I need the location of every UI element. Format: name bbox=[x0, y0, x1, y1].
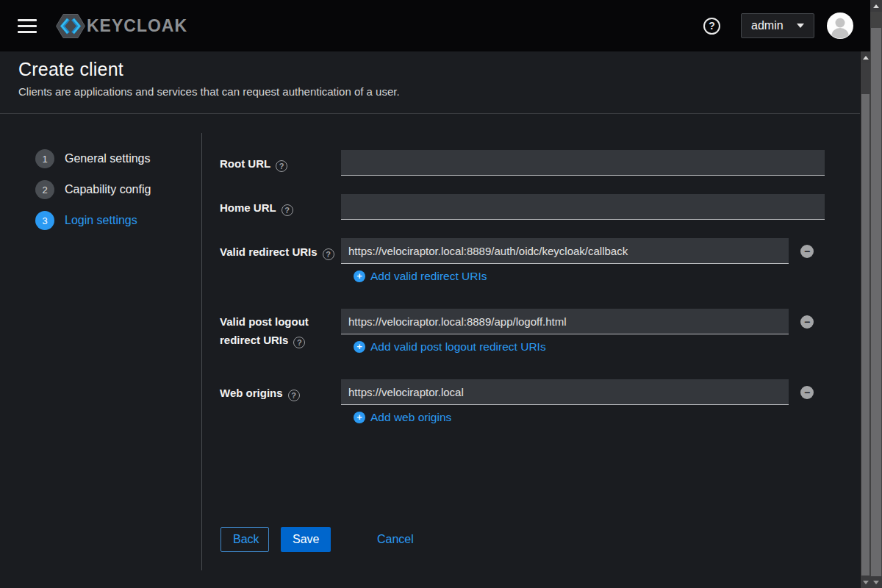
minus-circle-icon[interactable]: − bbox=[800, 386, 814, 399]
home-url-label: Home URL? bbox=[220, 201, 337, 216]
vertical-divider bbox=[201, 133, 202, 570]
wizard-step-general-settings[interactable]: 1 General settings bbox=[35, 149, 151, 168]
plus-circle-icon: + bbox=[354, 270, 365, 282]
plus-circle-icon: + bbox=[354, 412, 365, 423]
hamburger-menu-icon[interactable] bbox=[18, 19, 37, 33]
help-icon[interactable]: ? bbox=[703, 18, 720, 35]
avatar[interactable] bbox=[827, 12, 853, 39]
step-label: Capability config bbox=[65, 183, 151, 196]
help-circle-icon[interactable]: ? bbox=[293, 337, 305, 348]
inner-scrollbar-thumb[interactable] bbox=[861, 94, 870, 576]
root-url-input[interactable] bbox=[341, 150, 825, 176]
minus-circle-icon[interactable]: − bbox=[800, 245, 814, 258]
step-number-badge: 2 bbox=[35, 180, 54, 199]
back-button[interactable]: Back bbox=[220, 527, 269, 552]
web-origins-label: Web origins? bbox=[220, 386, 337, 401]
inner-scrollbar[interactable] bbox=[860, 51, 870, 588]
save-button[interactable]: Save bbox=[281, 527, 331, 552]
step-label: General settings bbox=[65, 152, 151, 165]
masthead: KEYCLOAK ? admin bbox=[0, 0, 870, 51]
valid-redirect-uris-label: Valid redirect URIs? bbox=[220, 245, 337, 260]
keycloak-hexagon-icon bbox=[56, 13, 85, 39]
add-valid-redirect-uri-button[interactable]: + Add valid redirect URIs bbox=[354, 270, 487, 283]
add-web-origins-button[interactable]: + Add web origins bbox=[354, 411, 451, 424]
keycloak-logo: KEYCLOAK bbox=[56, 13, 187, 39]
home-url-input[interactable] bbox=[341, 194, 825, 220]
wizard-step-login-settings[interactable]: 3 Login settings bbox=[35, 211, 151, 230]
scroll-up-icon[interactable] bbox=[870, 0, 882, 12]
user-menu-dropdown[interactable]: admin bbox=[741, 13, 814, 38]
help-circle-icon[interactable]: ? bbox=[323, 248, 334, 260]
wizard-actions: Back Save Cancel bbox=[220, 527, 414, 552]
web-origins-input[interactable] bbox=[341, 379, 789, 405]
step-label: Login settings bbox=[65, 214, 137, 227]
page-subtitle: Clients are applications and services th… bbox=[18, 85, 842, 98]
valid-redirect-uri-input[interactable] bbox=[341, 238, 789, 264]
plus-circle-icon: + bbox=[354, 341, 365, 353]
chevron-down-icon bbox=[797, 24, 804, 28]
root-url-label: Root URL? bbox=[220, 157, 337, 172]
help-circle-icon[interactable]: ? bbox=[276, 160, 287, 172]
wizard-step-capability-config[interactable]: 2 Capability config bbox=[35, 180, 151, 199]
scroll-down-icon[interactable] bbox=[870, 576, 882, 588]
brand-text: KEYCLOAK bbox=[87, 16, 187, 36]
step-number-badge: 1 bbox=[35, 149, 54, 168]
scroll-up-icon[interactable] bbox=[861, 51, 870, 63]
username-label: admin bbox=[751, 19, 784, 32]
help-circle-icon[interactable]: ? bbox=[282, 204, 293, 216]
step-number-badge: 3 bbox=[35, 211, 54, 230]
outer-scrollbar[interactable] bbox=[870, 0, 882, 588]
cancel-link[interactable]: Cancel bbox=[377, 533, 414, 546]
valid-post-logout-redirect-uris-label: Valid post logout redirect URIs? bbox=[220, 312, 337, 349]
valid-post-logout-redirect-uri-input[interactable] bbox=[341, 309, 789, 334]
help-circle-icon[interactable]: ? bbox=[288, 390, 300, 401]
wizard-content: 1 General settings 2 Capability config 3… bbox=[0, 115, 860, 588]
scroll-down-icon[interactable] bbox=[861, 576, 870, 588]
page-header: Create client Clients are applications a… bbox=[0, 51, 860, 114]
outer-scrollbar-thumb[interactable] bbox=[871, 28, 881, 576]
wizard-nav: 1 General settings 2 Capability config 3… bbox=[35, 149, 151, 242]
page-title: Create client bbox=[18, 59, 842, 80]
minus-circle-icon[interactable]: − bbox=[800, 315, 814, 329]
add-valid-post-logout-redirect-uri-button[interactable]: + Add valid post logout redirect URIs bbox=[354, 340, 546, 354]
